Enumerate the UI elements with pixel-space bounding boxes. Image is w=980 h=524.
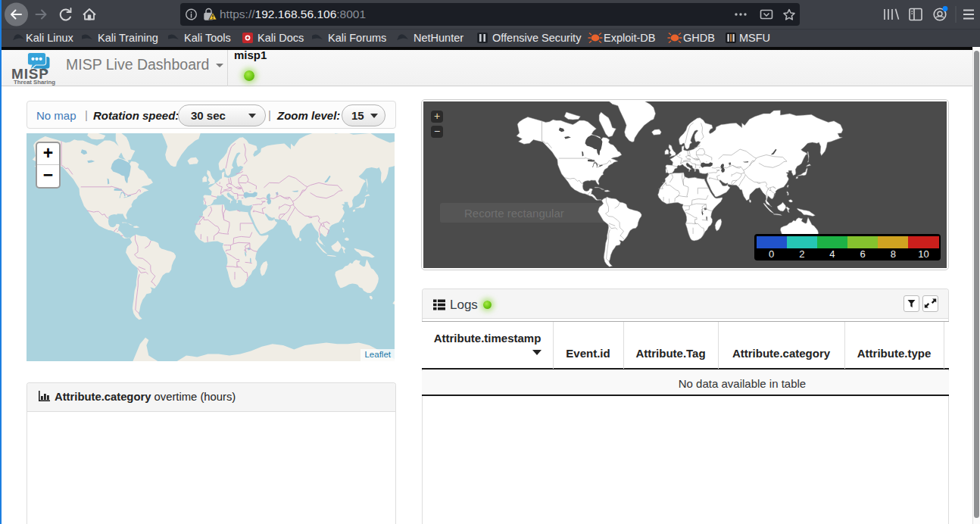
- svg-text:Threat Sharing: Threat Sharing: [14, 79, 55, 86]
